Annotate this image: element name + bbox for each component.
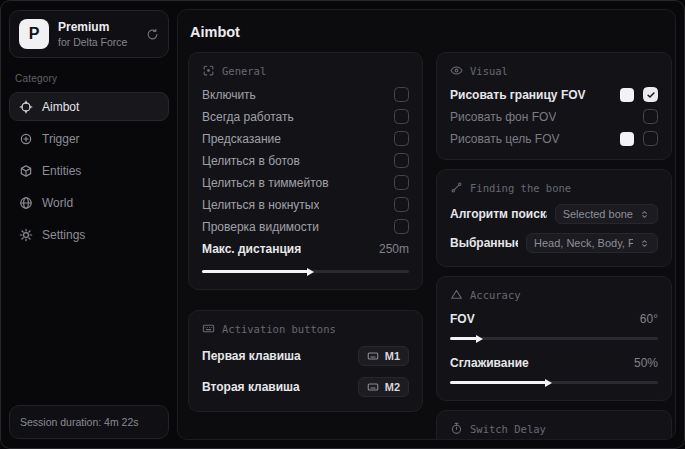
toggle-label: Включить: [202, 88, 256, 102]
keybind-value: M1: [385, 350, 400, 362]
fov-slider[interactable]: [450, 334, 658, 343]
sidebar: P Premium for Delta Force Category Aimbo…: [1, 1, 177, 448]
keybind-value: M2: [385, 381, 400, 393]
activation-card: Activation buttons Первая клавиша: [188, 310, 423, 412]
slider-label-row: FOV 60°: [450, 311, 658, 326]
keyboard-icon: [367, 350, 379, 362]
crosshair-icon: [19, 100, 33, 114]
toggle-label: Целиться в ботов: [202, 154, 300, 168]
switch-delay-card: Switch Delay Задержка переключения Задер…: [436, 410, 672, 440]
card-title: Accuracy: [470, 289, 521, 301]
visual-card: Visual Рисовать границу FOV: [436, 52, 672, 160]
sidebar-item-settings[interactable]: Settings: [9, 220, 169, 249]
keybind-label: Первая клавиша: [202, 349, 301, 363]
checkbox-checked[interactable]: [643, 87, 658, 102]
checkbox[interactable]: [643, 131, 658, 146]
session-duration: Session duration: 4m 22s: [9, 405, 169, 439]
dropdown-value: Head, Neck, Body, Pe...: [534, 237, 633, 249]
smoothing-slider[interactable]: [450, 378, 658, 387]
scan-icon: [202, 64, 215, 77]
brand-logo: P: [19, 19, 49, 49]
toggle-row: Целиться в тиммейтов: [202, 175, 409, 190]
brand-card: P Premium for Delta Force: [9, 10, 169, 58]
bone-algorithm-dropdown[interactable]: Selected bone: [555, 204, 658, 224]
gear-icon: [19, 228, 33, 242]
dropdown-value: Selected bone: [563, 208, 633, 220]
visual-card-header: Visual: [450, 64, 658, 77]
sidebar-item-label: Trigger: [42, 132, 80, 146]
sidebar-item-aimbot[interactable]: Aimbot: [9, 92, 169, 121]
toggle-row: Предсказание: [202, 131, 409, 146]
color-swatch[interactable]: [620, 88, 634, 102]
keybind-row: Первая клавиша M1: [202, 345, 409, 367]
sidebar-item-label: Settings: [42, 228, 85, 242]
toggle-row: Целиться в ботов: [202, 153, 409, 168]
sidebar-item-label: Aimbot: [42, 100, 79, 114]
color-swatch[interactable]: [620, 132, 634, 146]
bone-row: Выбранные кости Head, Neck, Body, Pe...: [450, 233, 658, 253]
bone-row: Алгоритм поиска кости Selected bone: [450, 204, 658, 224]
checkbox[interactable]: [394, 87, 409, 102]
switch-delay-card-header: Switch Delay: [450, 422, 658, 435]
slider-label-row: Макс. дистанция 250m: [202, 241, 409, 256]
brand-name: Premium: [58, 20, 137, 34]
sidebar-item-entities[interactable]: Entities: [9, 156, 169, 185]
slider-label: Макс. дистанция: [202, 242, 301, 256]
visual-row: Рисовать фон FOV: [450, 109, 658, 124]
world-icon: [19, 196, 33, 210]
keybind-label: Вторая клавиша: [202, 380, 300, 394]
general-card: General Включить Всегда работать Предска…: [188, 52, 423, 290]
trigger-icon: [19, 132, 33, 146]
toggle-label: Всегда работать: [202, 110, 294, 124]
selected-bones-dropdown[interactable]: Head, Neck, Body, Pe...: [526, 233, 658, 253]
slider-fill: [450, 381, 546, 384]
checkbox[interactable]: [394, 219, 409, 234]
brand-subtitle: for Delta Force: [58, 36, 137, 48]
slider-label: FOV: [450, 312, 475, 326]
sidebar-item-world[interactable]: World: [9, 188, 169, 217]
toggle-label: Целиться в тиммейтов: [202, 176, 329, 190]
timer-icon: [450, 422, 463, 435]
toggle-label: Предсказание: [202, 132, 281, 146]
visual-label: Рисовать фон FOV: [450, 110, 556, 124]
checkbox[interactable]: [394, 197, 409, 212]
slider-value: 60°: [640, 312, 658, 326]
toggle-label: Целиться в нокнутых: [202, 198, 319, 212]
checkbox[interactable]: [643, 109, 658, 124]
brand-text: Premium for Delta Force: [58, 20, 137, 48]
sidebar-item-trigger[interactable]: Trigger: [9, 124, 169, 153]
keyboard-icon: [202, 322, 215, 335]
toggle-row: Проверка видимости: [202, 219, 409, 234]
checkbox[interactable]: [394, 175, 409, 190]
bone-card-header: Finding the bone: [450, 181, 658, 194]
sidebar-item-label: Entities: [42, 164, 81, 178]
max-distance-slider[interactable]: [202, 267, 409, 276]
slider-label: Сглаживание: [450, 356, 529, 370]
sidebar-item-label: World: [42, 196, 73, 210]
activation-card-header: Activation buttons: [202, 322, 409, 335]
toggle-row: Включить: [202, 87, 409, 102]
keyboard-icon: [367, 381, 379, 393]
visual-row: Рисовать цель FOV: [450, 131, 658, 146]
keybind-button-m2[interactable]: M2: [358, 377, 409, 397]
checkbox[interactable]: [394, 109, 409, 124]
entities-icon: [19, 164, 33, 178]
eye-icon: [450, 64, 463, 77]
checkbox[interactable]: [394, 131, 409, 146]
card-title: Switch Delay: [470, 423, 546, 435]
keybind-button-m1[interactable]: M1: [358, 346, 409, 366]
keybind-row: Вторая клавиша M2: [202, 376, 409, 398]
bone-icon: [450, 181, 463, 194]
accuracy-card: Accuracy FOV 60° Сглаживание: [436, 276, 672, 401]
card-title: Activation buttons: [222, 323, 336, 335]
page-title: Aimbot: [188, 20, 668, 52]
slider-value: 50%: [634, 356, 658, 370]
chevrons-updown-icon: [639, 209, 650, 220]
accuracy-card-header: Accuracy: [450, 288, 658, 301]
bone-label: Алгоритм поиска кости: [450, 207, 547, 221]
visual-label: Рисовать границу FOV: [450, 88, 586, 102]
checkbox[interactable]: [394, 153, 409, 168]
bone-card: Finding the bone Алгоритм поиска кости S…: [436, 169, 672, 267]
refresh-icon[interactable]: [146, 28, 159, 41]
bone-label: Выбранные кости: [450, 236, 518, 250]
